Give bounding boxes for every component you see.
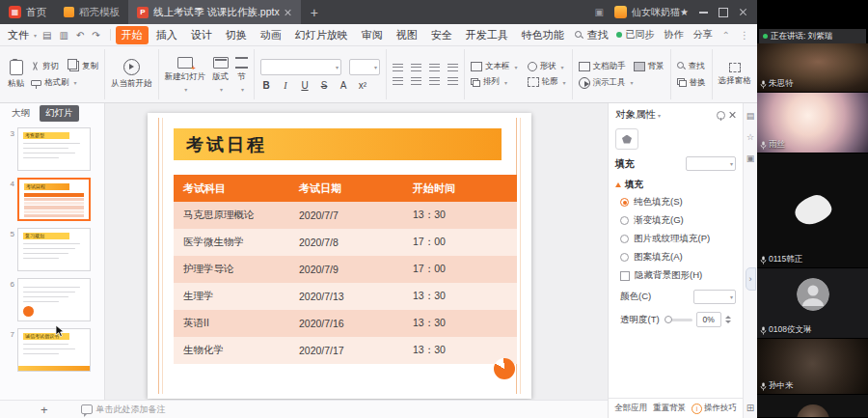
thumbnail-preview[interactable]: 考查题型: [17, 127, 91, 171]
play-from-current-button[interactable]: 从当前开始: [111, 59, 152, 90]
font-size-select[interactable]: [349, 59, 380, 75]
slide-title-banner[interactable]: 考试日程: [174, 128, 502, 160]
thumbnail-preview[interactable]: 诚信考试倡议书: [17, 328, 91, 372]
option-solid-fill[interactable]: 纯色填充(S): [609, 193, 743, 211]
add-slide-button[interactable]: +: [41, 404, 48, 416]
slide-thumbnail-6[interactable]: 6: [2, 278, 100, 321]
apply-all-button[interactable]: 全部应用: [614, 403, 647, 414]
pin-icon[interactable]: [717, 111, 725, 120]
slide-thumbnail-7[interactable]: 7 诚信考试倡议书: [2, 328, 100, 372]
more-icon[interactable]: ⋮: [740, 30, 749, 41]
transparency-slider[interactable]: [665, 319, 692, 321]
arrange-button[interactable]: 排列: [471, 76, 518, 88]
slider-thumb[interactable]: [665, 316, 672, 323]
presentation-tools-button[interactable]: 演示工具: [579, 77, 634, 89]
font-family-select[interactable]: [260, 59, 341, 75]
maximize-button[interactable]: [719, 8, 728, 17]
fill-group-header[interactable]: 填充: [609, 174, 743, 193]
grid-view-icon[interactable]: ⊞: [746, 403, 754, 413]
background-button[interactable]: 背景: [634, 61, 665, 72]
ribbon-tab-home[interactable]: 开始: [116, 26, 149, 44]
bullets-icon[interactable]: [393, 64, 403, 72]
collapse-panel-button[interactable]: ›: [746, 267, 756, 291]
account-chip[interactable]: 仙女咪奶猫★: [614, 6, 689, 19]
find-button[interactable]: 查找: [677, 61, 706, 72]
section-button[interactable]: 节: [235, 57, 248, 93]
fill-tool-icon[interactable]: [615, 128, 638, 150]
ribbon-tab-design[interactable]: 设计: [185, 26, 218, 44]
sync-status[interactable]: 已同步: [616, 28, 655, 42]
option-picture-fill[interactable]: 图片或纹理填充(P): [609, 230, 743, 248]
close-button[interactable]: [739, 8, 747, 16]
transparency-value[interactable]: 0%: [696, 312, 721, 327]
bold-button[interactable]: B: [260, 80, 272, 91]
close-tab-icon[interactable]: [285, 9, 292, 16]
superscript-button[interactable]: x²: [357, 80, 368, 91]
participant-video[interactable]: 0115韩正: [757, 153, 868, 268]
numbering-icon[interactable]: [411, 64, 421, 72]
file-menu[interactable]: 文件: [8, 28, 42, 42]
align-center-icon[interactable]: [411, 77, 421, 86]
format-painter-button[interactable]: 格式刷: [31, 77, 77, 89]
apps-icon[interactable]: ▣: [595, 7, 604, 17]
find-command[interactable]: 查找: [575, 28, 609, 42]
thumbnail-preview[interactable]: [17, 278, 91, 321]
notes-hint[interactable]: 单击此处添加备注: [81, 404, 166, 416]
tab-template-store[interactable]: 稻壳模板: [55, 0, 128, 24]
tab-document[interactable]: P 线上考试季 说课比作族.pptx: [128, 0, 301, 24]
indent-decrease-icon[interactable]: [429, 64, 440, 72]
close-panel-icon[interactable]: [728, 111, 736, 119]
share-button[interactable]: 分享: [693, 28, 713, 42]
favorites-icon[interactable]: ☆: [746, 132, 754, 142]
exam-schedule-table[interactable]: 考试科目 考试日期 开始时间 马克思原理概论 2020/7/7 13：30: [174, 175, 517, 364]
panel-title[interactable]: 对象属性: [615, 108, 661, 122]
paste-button[interactable]: 粘贴: [8, 60, 24, 90]
tab-slides[interactable]: 幻灯片: [40, 105, 79, 122]
slide-thumbnail-3[interactable]: 3 考查题型: [2, 127, 100, 171]
new-tab-button[interactable]: +: [301, 5, 328, 20]
line-spacing-icon[interactable]: [448, 77, 458, 86]
reset-background-button[interactable]: 重置背景: [653, 403, 686, 414]
align-right-icon[interactable]: [429, 77, 440, 86]
ribbon-tab-animation[interactable]: 动画: [255, 26, 287, 44]
tab-outline[interactable]: 大纲: [6, 105, 36, 122]
ribbon-tab-security[interactable]: 安全: [425, 26, 458, 44]
font-color-button[interactable]: A: [338, 80, 349, 91]
slide-thumbnail-4-selected[interactable]: 4 考试日程: [2, 178, 100, 221]
ribbon-tab-insert[interactable]: 插入: [150, 26, 183, 44]
redo-icon[interactable]: ↷: [92, 30, 99, 41]
outline-style-button[interactable]: 轮廓: [528, 76, 566, 88]
print-icon[interactable]: ▥: [59, 30, 68, 41]
color-dropdown[interactable]: [693, 290, 736, 304]
layout-button[interactable]: 版式: [212, 57, 229, 93]
participant-video[interactable]: 孙中来: [757, 339, 868, 395]
minimize-button[interactable]: [699, 12, 708, 14]
participant-video[interactable]: 0108佼文琳: [757, 268, 868, 339]
fill-preset-dropdown[interactable]: [686, 156, 736, 171]
copy-button[interactable]: 复制: [67, 61, 98, 72]
save-icon[interactable]: ▤: [42, 30, 51, 41]
slide[interactable]: 考试日程 考试科目 考试日期 开始时间 马克思原理概论 2: [148, 113, 531, 399]
slide-canvas[interactable]: 考试日程 考试科目 考试日期 开始时间 马克思原理概论 2: [105, 103, 608, 400]
ribbon-tab-devtools[interactable]: 开发工具: [460, 26, 514, 44]
collaborate-button[interactable]: 协作: [665, 28, 684, 42]
hide-background-checkbox[interactable]: 隐藏背景图形(H): [609, 266, 743, 285]
replace-button[interactable]: 替换: [677, 77, 706, 89]
resources-icon[interactable]: ▣: [746, 153, 755, 163]
align-left-icon[interactable]: [393, 77, 403, 86]
tips-link[interactable]: 操作技巧: [692, 403, 737, 414]
participant-video[interactable]: 雨丝: [757, 93, 868, 153]
thumbnail-preview[interactable]: 复习规划: [17, 228, 91, 271]
shapes-button[interactable]: 形状: [528, 61, 566, 72]
properties-icon[interactable]: ▤: [746, 111, 755, 121]
participant-video[interactable]: 朱思特: [757, 43, 868, 93]
new-slide-button[interactable]: 新建幻灯片: [165, 57, 206, 93]
transparency-stepper[interactable]: [725, 316, 731, 323]
undo-icon[interactable]: ↶: [76, 30, 84, 41]
ribbon-tab-features[interactable]: 特色功能: [516, 26, 570, 44]
ribbon-tab-slideshow[interactable]: 幻灯片放映: [289, 26, 354, 44]
thumbnail-preview[interactable]: 考试日程: [17, 178, 91, 221]
participant-video[interactable]: [757, 395, 868, 418]
ribbon-tab-view[interactable]: 视图: [391, 26, 423, 44]
ribbon-tab-transition[interactable]: 切换: [220, 26, 253, 44]
